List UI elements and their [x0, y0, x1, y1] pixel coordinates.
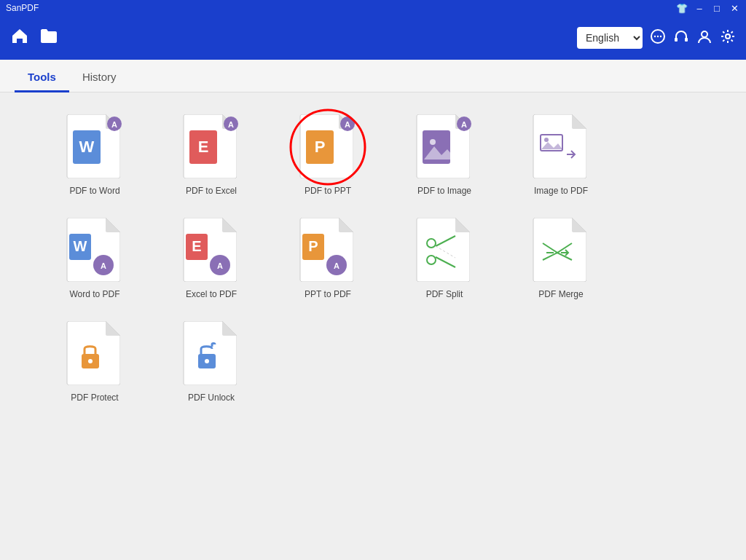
close-button[interactable]: ✕	[729, 4, 740, 13]
svg-text:A: A	[217, 261, 223, 270]
language-selector[interactable]: English 中文 日本語 Français Español	[577, 27, 643, 49]
tool-label-pdf-merge: PDF Merge	[538, 289, 583, 299]
svg-rect-5	[685, 38, 688, 42]
svg-point-25	[544, 138, 549, 142]
tool-label-image-to-pdf: Image to PDF	[534, 186, 588, 196]
svg-text:P: P	[308, 238, 318, 254]
svg-text:E: E	[192, 238, 201, 254]
tool-label-pdf-unlock: PDF Unlock	[188, 393, 235, 403]
main-content: W A PDF to Word E	[0, 92, 746, 560]
svg-text:W: W	[74, 238, 87, 254]
tool-pdf-to-word[interactable]: W A PDF to Word	[58, 114, 131, 196]
tools-row-2: W A Word to PDF E	[58, 218, 688, 299]
tool-label-pdf-split: PDF Split	[426, 289, 463, 299]
tool-icon-pdf-protect	[66, 321, 124, 387]
headphone-icon[interactable]	[673, 28, 689, 48]
tool-icon-image-to-pdf	[532, 114, 590, 180]
tool-pdf-split[interactable]: PDF Split	[408, 218, 481, 299]
home-icon[interactable]	[10, 26, 29, 50]
tool-pdf-protect[interactable]: PDF Protect	[58, 321, 131, 403]
tool-icon-word-to-pdf: W A	[66, 218, 124, 283]
tool-icon-ppt-to-pdf: P A	[299, 218, 357, 283]
svg-point-6	[702, 31, 707, 37]
tool-label-pdf-to-word: PDF to Word	[69, 186, 119, 196]
tool-icon-pdf-to-word: W A	[66, 114, 124, 180]
home-icon-svg	[10, 26, 29, 45]
tools-row-3: PDF Protect PDF Unlock	[58, 321, 688, 403]
svg-text:A: A	[228, 120, 234, 129]
tab-history[interactable]: History	[69, 63, 130, 92]
maximize-button[interactable]: □	[711, 4, 723, 13]
folder-icon-svg	[39, 28, 58, 44]
svg-rect-4	[675, 38, 678, 42]
tool-label-ppt-to-pdf: PPT to PDF	[305, 289, 351, 299]
tool-label-excel-to-pdf: Excel to PDF	[186, 289, 237, 299]
svg-point-44	[88, 359, 93, 363]
shirt-icon: 👕	[676, 4, 688, 13]
tool-word-to-pdf[interactable]: W A Word to PDF	[58, 218, 131, 299]
svg-text:A: A	[101, 261, 106, 270]
tool-icon-pdf-to-image: A	[415, 114, 474, 180]
tools-row-1: W A PDF to Word E	[58, 114, 688, 196]
tool-pdf-to-ppt[interactable]: P A PDF to PPT	[291, 114, 364, 196]
tool-label-pdf-to-image: PDF to Image	[417, 186, 471, 196]
svg-text:A: A	[334, 261, 339, 270]
window-controls: 👕 – □ ✕	[676, 4, 740, 13]
svg-point-7	[726, 34, 730, 39]
tool-label-word-to-pdf: Word to PDF	[69, 289, 119, 299]
svg-text:P: P	[315, 138, 326, 156]
tool-icon-pdf-unlock	[182, 321, 240, 387]
tool-icon-pdf-to-ppt: P A	[299, 114, 357, 180]
tool-icon-excel-to-pdf: E A	[182, 218, 240, 283]
tool-pdf-to-excel[interactable]: E A PDF to Excel	[175, 114, 248, 196]
tool-icon-pdf-to-excel: E A	[182, 114, 240, 180]
tool-icon-pdf-split	[415, 218, 474, 283]
toolbar-left	[10, 26, 58, 50]
svg-text:A: A	[111, 120, 117, 129]
chat-icon[interactable]	[650, 28, 666, 48]
svg-text:E: E	[198, 138, 209, 156]
tool-pdf-unlock[interactable]: PDF Unlock	[175, 321, 248, 403]
tool-ppt-to-pdf[interactable]: P A PPT to PDF	[291, 218, 364, 299]
app-title: SanPDF	[6, 3, 39, 13]
tool-label-pdf-to-ppt: PDF to PPT	[305, 186, 351, 196]
svg-point-1	[654, 35, 656, 36]
settings-icon[interactable]	[720, 28, 736, 48]
tool-label-pdf-to-excel: PDF to Excel	[186, 186, 237, 196]
toolbar: English 中文 日本語 Français Español	[0, 16, 746, 60]
tool-label-pdf-protect: PDF Protect	[71, 393, 118, 403]
minimize-button[interactable]: –	[694, 4, 705, 13]
tabs-bar: Tools History	[0, 60, 746, 92]
tool-pdf-to-image[interactable]: A PDF to Image	[408, 114, 481, 196]
tools-grid: W A PDF to Word E	[58, 114, 688, 403]
user-icon[interactable]	[696, 28, 712, 48]
svg-text:W: W	[79, 138, 95, 156]
svg-point-3	[660, 35, 661, 36]
title-bar: SanPDF 👕 – □ ✕	[0, 0, 746, 16]
tool-excel-to-pdf[interactable]: E A Excel to PDF	[175, 218, 248, 299]
tool-icon-pdf-merge	[532, 218, 590, 283]
svg-point-2	[657, 35, 659, 36]
svg-text:A: A	[345, 120, 350, 129]
svg-text:A: A	[461, 120, 467, 129]
tool-image-to-pdf[interactable]: Image to PDF	[525, 114, 597, 196]
svg-point-46	[205, 359, 209, 363]
tool-pdf-merge[interactable]: PDF Merge	[525, 218, 597, 299]
toolbar-right: English 中文 日本語 Français Español	[577, 27, 736, 49]
svg-point-21	[430, 139, 436, 145]
folder-icon[interactable]	[39, 28, 58, 48]
tab-tools[interactable]: Tools	[15, 63, 69, 92]
